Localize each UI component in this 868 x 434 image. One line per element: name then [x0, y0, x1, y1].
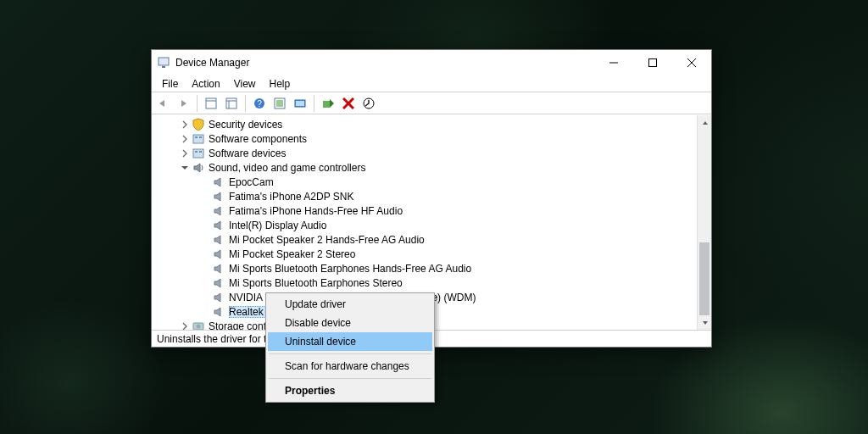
toolbar-separator [197, 95, 198, 112]
context-menu-item[interactable]: Properties [268, 381, 432, 400]
svg-rect-22 [195, 136, 198, 138]
svg-rect-25 [195, 151, 198, 153]
tree-device[interactable]: Fatima's iPhone Hands-Free HF Audio [152, 203, 697, 218]
tree-category[interactable]: Sound, video and game controllers [152, 160, 697, 175]
tree-device[interactable]: Mi Sports Bluetooth Earphones Hands-Free… [152, 261, 697, 275]
context-menu-item[interactable]: Update driver [268, 295, 432, 314]
expander-icon[interactable] [199, 234, 211, 246]
tree-device[interactable]: Intel(R) Display Audio [152, 218, 697, 232]
scroll-up-button[interactable] [698, 115, 711, 130]
device-icon [192, 118, 205, 131]
menu-help[interactable]: Help [263, 76, 298, 92]
expander-icon[interactable] [199, 306, 211, 318]
node-label: Sound, video and game controllers [209, 162, 365, 174]
svg-rect-21 [193, 135, 203, 143]
svg-rect-3 [649, 59, 657, 67]
svg-rect-1 [162, 66, 165, 68]
expander-icon[interactable] [199, 277, 211, 289]
node-label: Software devices [209, 147, 286, 159]
node-label: Mi Pocket Speaker 2 Stereo [229, 248, 355, 260]
tree-category[interactable]: Security devices [152, 117, 697, 131]
menu-action[interactable]: Action [185, 76, 226, 92]
context-menu-item[interactable]: Scan for hardware changes [268, 357, 432, 376]
svg-text:?: ? [257, 99, 262, 108]
maximize-button[interactable] [633, 50, 672, 75]
properties-button[interactable] [222, 94, 241, 113]
expander-icon[interactable] [199, 220, 211, 231]
menu-file[interactable]: File [155, 76, 185, 92]
tree-category[interactable]: Software devices [152, 146, 697, 160]
tree-device[interactable]: Mi Pocket Speaker 2 Hands-Free AG Audio [152, 232, 697, 247]
toolbar-separator [314, 95, 314, 112]
menu-view[interactable]: View [227, 76, 263, 92]
svg-rect-26 [199, 151, 202, 153]
titlebar[interactable]: Device Manager [152, 50, 711, 75]
vertical-scrollbar[interactable] [697, 115, 711, 330]
tree-device[interactable]: Fatima's iPhone A2DP SNK [152, 189, 697, 203]
back-button[interactable] [153, 94, 172, 113]
device-icon [212, 291, 225, 304]
device-icon [192, 147, 205, 160]
expander-icon[interactable] [199, 191, 211, 203]
tree-device[interactable]: EpocCam [152, 175, 697, 189]
scroll-thumb[interactable] [699, 242, 709, 327]
node-label: Intel(R) Display Audio [229, 220, 326, 231]
svg-point-28 [197, 324, 201, 328]
toolbar: ? [152, 92, 711, 114]
expander-icon[interactable] [199, 263, 211, 275]
expander-icon[interactable] [179, 147, 191, 159]
expander-icon[interactable] [179, 320, 191, 331]
desktop-wallpaper: Device Manager File Action View Help ? [0, 0, 868, 434]
device-icon [212, 276, 225, 290]
expander-icon[interactable] [179, 162, 191, 174]
show-hide-tree-button[interactable] [202, 94, 220, 113]
device-icon [192, 320, 205, 331]
svg-rect-17 [323, 101, 330, 108]
close-button[interactable] [672, 50, 711, 75]
uninstall-device-button[interactable] [339, 94, 358, 113]
context-menu-item[interactable]: Uninstall device [268, 332, 432, 351]
device-icon [212, 219, 225, 232]
device-icon [212, 190, 225, 203]
context-menu-item[interactable]: Disable device [268, 314, 432, 332]
node-label: Mi Pocket Speaker 2 Hands-Free AG Audio [229, 234, 425, 246]
expander-icon[interactable] [199, 205, 211, 217]
expander-icon[interactable] [199, 176, 211, 188]
expander-icon[interactable] [199, 248, 211, 260]
window-controls [594, 50, 711, 75]
svg-rect-8 [226, 98, 236, 108]
window-title: Device Manager [175, 57, 249, 69]
toolbar-separator [245, 95, 246, 112]
enable-device-button[interactable] [319, 94, 337, 113]
node-label: Software components [209, 133, 307, 145]
node-label: Mi Sports Bluetooth Earphones Hands-Free… [229, 263, 471, 275]
expander-icon[interactable] [199, 292, 211, 303]
scan-hardware-button[interactable] [270, 94, 289, 113]
minimize-button[interactable] [594, 50, 633, 75]
app-icon [157, 56, 170, 70]
device-icon [212, 175, 225, 189]
help-button[interactable]: ? [250, 94, 269, 113]
svg-rect-14 [276, 100, 283, 107]
expander-icon[interactable] [179, 133, 191, 145]
device-icon [212, 262, 225, 275]
node-label: Fatima's iPhone Hands-Free HF Audio [229, 205, 403, 217]
device-icon [192, 161, 205, 175]
svg-rect-6 [206, 98, 216, 108]
svg-rect-24 [193, 149, 203, 158]
svg-rect-0 [159, 58, 169, 65]
node-label: EpocCam [229, 176, 274, 188]
tree-category[interactable]: Software components [152, 131, 697, 146]
node-label: Security devices [209, 119, 282, 131]
node-label: Mi Sports Bluetooth Earphones Stereo [229, 277, 403, 289]
disable-device-button[interactable] [359, 94, 378, 113]
forward-button[interactable] [174, 94, 192, 113]
tree-device[interactable]: Mi Pocket Speaker 2 Stereo [152, 247, 697, 261]
svg-rect-23 [199, 136, 202, 138]
tree-device[interactable]: Mi Sports Bluetooth Earphones Stereo [152, 275, 697, 290]
scroll-down-button[interactable] [698, 315, 711, 330]
device-icon [192, 132, 205, 146]
update-driver-button[interactable] [291, 94, 309, 113]
expander-icon[interactable] [179, 119, 191, 131]
device-icon [212, 204, 225, 218]
